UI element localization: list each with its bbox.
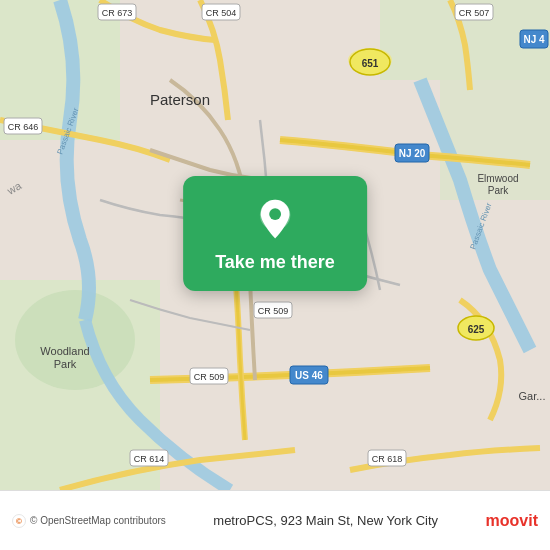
svg-text:NJ 4: NJ 4 [523,34,545,45]
svg-point-45 [269,208,281,220]
moovit-logo: moovit [486,512,538,530]
moovit-text: moovit [486,512,538,530]
svg-text:NJ 20: NJ 20 [399,148,426,159]
location-pin-icon [253,198,297,242]
svg-text:CR 646: CR 646 [8,122,39,132]
svg-text:Paterson: Paterson [150,91,210,108]
svg-text:CR 509: CR 509 [194,372,225,382]
map-container: CR 673 CR 504 CR 507 651 NJ 20 NJ 4 CR 6… [0,0,550,490]
svg-text:©: © [16,517,22,526]
svg-text:CR 618: CR 618 [372,454,403,464]
svg-text:625: 625 [468,324,485,335]
svg-text:CR 673: CR 673 [102,8,133,18]
svg-text:Woodland: Woodland [40,345,89,357]
svg-point-3 [15,290,135,390]
bottom-bar: © © OpenStreetMap contributors metroPCS,… [0,490,550,550]
svg-text:Park: Park [54,358,77,370]
osm-logo-icon: © [12,514,26,528]
svg-text:Park: Park [488,185,510,196]
attribution: © © OpenStreetMap contributors [12,514,166,528]
location-info: metroPCS, 923 Main St, New York City [166,513,486,528]
svg-text:Gar...: Gar... [519,390,546,402]
svg-text:CR 614: CR 614 [134,454,165,464]
attribution-text: © OpenStreetMap contributors [30,515,166,526]
svg-text:US 46: US 46 [295,370,323,381]
svg-text:CR 509: CR 509 [258,306,289,316]
svg-text:CR 507: CR 507 [459,8,490,18]
svg-text:651: 651 [362,58,379,69]
svg-text:CR 504: CR 504 [206,8,237,18]
cta-button[interactable]: Take me there [183,176,367,291]
cta-label: Take me there [215,252,335,273]
svg-text:Elmwood: Elmwood [477,173,518,184]
